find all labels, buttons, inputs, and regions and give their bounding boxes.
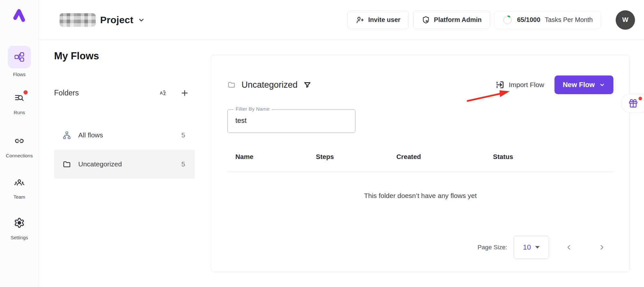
chevron-down-icon bbox=[138, 16, 145, 24]
card-heading: Uncategorized bbox=[242, 80, 298, 90]
import-flow-button[interactable]: Import Flow bbox=[496, 80, 544, 89]
folder-icon bbox=[227, 81, 236, 89]
team-people-icon bbox=[14, 177, 25, 188]
import-icon bbox=[496, 80, 505, 89]
user-plus-icon bbox=[356, 16, 364, 24]
workflow-icon bbox=[14, 52, 24, 62]
new-flow-button[interactable]: New Flow bbox=[554, 75, 613, 94]
add-folder-button[interactable] bbox=[180, 89, 189, 97]
chevron-left-icon bbox=[565, 243, 573, 251]
sidebar-item-label: Flows bbox=[0, 72, 39, 77]
sidebar-item-label: Runs bbox=[0, 110, 39, 115]
previous-page-button[interactable] bbox=[565, 243, 573, 251]
column-name: Name bbox=[227, 153, 308, 161]
svg-text:A: A bbox=[160, 91, 163, 95]
filter-flows-button[interactable] bbox=[303, 81, 311, 89]
filter-by-name-input[interactable] bbox=[228, 110, 355, 133]
page-title: My Flows bbox=[54, 50, 99, 62]
project-label: Project bbox=[100, 15, 133, 25]
gear-icon bbox=[14, 217, 25, 228]
app-root: Flows Runs Connections bbox=[0, 0, 644, 287]
flows-tile bbox=[8, 46, 31, 68]
import-flow-label: Import Flow bbox=[509, 81, 544, 89]
usage-count: 65/1000 bbox=[517, 16, 540, 24]
runs-logs-icon bbox=[14, 93, 24, 103]
folder-count: 5 bbox=[181, 160, 185, 168]
next-page-button[interactable] bbox=[598, 243, 606, 251]
caret-down-icon bbox=[535, 246, 540, 249]
project-switcher[interactable]: Project bbox=[60, 13, 145, 27]
page-size-select[interactable]: 10 bbox=[514, 236, 549, 259]
folder-name: All flows bbox=[78, 131, 103, 139]
folder-name: Uncategorized bbox=[78, 160, 122, 168]
gift-notification-badge bbox=[639, 97, 642, 100]
filter-by-name-field: Filter By Name bbox=[227, 109, 355, 133]
sidebar-item-label: Settings bbox=[0, 235, 39, 240]
sidebar-item-connections[interactable]: Connections bbox=[0, 135, 39, 158]
page-size-value: 10 bbox=[523, 243, 531, 252]
folders-heading: Folders bbox=[54, 89, 79, 97]
sort-az-icon: A Z bbox=[159, 88, 168, 97]
column-status: Status bbox=[485, 153, 613, 161]
chevron-right-icon bbox=[598, 243, 606, 251]
gift-icon bbox=[628, 98, 638, 108]
sidebar-item-settings[interactable]: Settings bbox=[0, 217, 39, 240]
sort-alphabetical-button[interactable]: A Z bbox=[159, 88, 168, 97]
folder-row-uncategorized[interactable]: Uncategorized 5 bbox=[54, 150, 195, 179]
sidebar-item-flows[interactable]: Flows bbox=[0, 46, 39, 77]
page-size-label: Page Size: bbox=[478, 244, 507, 251]
avatar-initial: W bbox=[622, 16, 629, 24]
column-steps: Steps bbox=[308, 153, 388, 161]
plus-icon bbox=[180, 89, 189, 97]
usage-progress-ring-icon bbox=[502, 15, 513, 25]
invite-user-button[interactable]: Invite user bbox=[347, 11, 409, 29]
top-header: Project Invite user Platform Admin bbox=[39, 0, 644, 40]
svg-text:Z: Z bbox=[163, 91, 166, 96]
sidebar-item-team[interactable]: Team bbox=[0, 177, 39, 200]
funnel-icon bbox=[303, 81, 311, 89]
filter-by-name-label: Filter By Name bbox=[233, 106, 272, 112]
sidebar-item-label: Team bbox=[0, 194, 39, 200]
whats-new-gift-button[interactable] bbox=[621, 94, 644, 113]
redacted-project-name bbox=[60, 13, 96, 27]
platform-admin-button[interactable]: Platform Admin bbox=[413, 11, 490, 29]
folder-icon bbox=[62, 160, 71, 169]
pagination: Page Size: 10 bbox=[478, 236, 606, 259]
shield-icon bbox=[421, 16, 430, 24]
invite-user-label: Invite user bbox=[368, 16, 401, 24]
folder-row-all-flows[interactable]: All flows 5 bbox=[54, 121, 195, 150]
all-flows-sitemap-icon bbox=[62, 131, 71, 140]
table-divider bbox=[227, 172, 613, 172]
folders-panel: Folders A Z bbox=[54, 88, 195, 179]
sidebar-item-label: Connections bbox=[0, 153, 39, 158]
column-created: Created bbox=[388, 153, 485, 161]
runs-notification-badge bbox=[24, 90, 28, 94]
platform-admin-label: Platform Admin bbox=[434, 16, 482, 24]
flows-table-header: Name Steps Created Status bbox=[227, 153, 613, 161]
empty-state-message: This folder doesn’t have any flows yet bbox=[211, 192, 630, 200]
activepieces-logo-icon[interactable] bbox=[12, 8, 27, 23]
sidebar: Flows Runs Connections bbox=[0, 0, 39, 287]
link-icon bbox=[14, 135, 25, 146]
new-flow-label: New Flow bbox=[563, 81, 595, 89]
sidebar-item-runs[interactable]: Runs bbox=[0, 93, 39, 115]
flows-card: Uncategorized Import Flow N bbox=[211, 55, 630, 272]
usage-label: Tasks Per Month bbox=[545, 16, 593, 24]
usage-pill[interactable]: 65/1000 Tasks Per Month bbox=[494, 11, 601, 29]
chevron-down-icon bbox=[599, 82, 605, 88]
folder-count: 5 bbox=[181, 131, 185, 139]
user-avatar[interactable]: W bbox=[616, 10, 635, 30]
